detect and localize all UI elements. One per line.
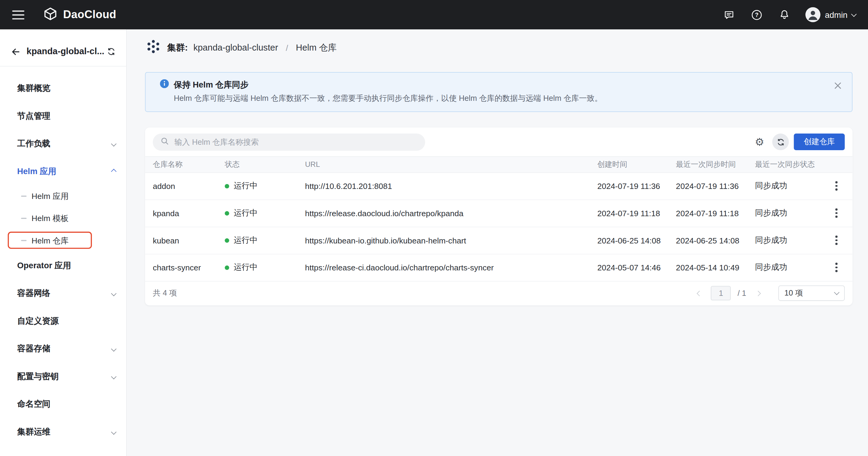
total-count: 共 4 项 [153, 288, 177, 298]
repo-name[interactable]: addon [145, 182, 217, 191]
sidebar-item-label: 容器网络 [17, 288, 51, 298]
dash-icon [21, 196, 27, 197]
current-cluster-name: kpanda-global-cl... [27, 47, 104, 57]
chevron-down-icon [111, 141, 117, 146]
gear-icon[interactable]: ⚙ [752, 134, 767, 149]
row-actions-kebab-icon[interactable] [829, 179, 844, 193]
sidebar-item-label: Helm 仓库 [31, 235, 68, 246]
column-header: 最近一次同步状态 [747, 159, 820, 169]
back-arrow-icon[interactable] [9, 45, 22, 58]
repo-name[interactable]: kubean [145, 236, 217, 245]
page-size-select[interactable]: 10 项 [778, 286, 845, 301]
repo-url: https://kubean-io.github.io/kubean-helm-… [297, 236, 589, 245]
repo-last-sync-status: 同步成功 [747, 208, 820, 219]
breadcrumb-cluster-label: 集群: [167, 42, 188, 53]
sidebar-item-label: Helm 应用 [17, 166, 57, 176]
sidebar-item-namespaces[interactable]: 命名空间 [0, 390, 126, 418]
user-menu[interactable]: admin [805, 7, 856, 22]
breadcrumb-cluster-name[interactable]: kpanda-global-cluster [193, 43, 278, 53]
next-page-icon[interactable] [753, 288, 763, 298]
repo-status: 运行中 [217, 208, 297, 219]
pagination: / 1 10 项 [694, 286, 845, 301]
sidebar-item-label: 容器存储 [17, 343, 51, 354]
repo-last-sync-time: 2024-07-19 11:36 [668, 182, 747, 191]
helm-repo-card: ⚙ 创建仓库 仓库名称状态URL创建时间最近一次同步时间最近一次同步状 [145, 127, 852, 305]
sidebar-item-cluster-overview[interactable]: 集群概览 [0, 74, 126, 102]
table-row[interactable]: charts-syncer 运行中 https://release-ci.dao… [145, 254, 852, 281]
toolbar: ⚙ 创建仓库 [145, 127, 852, 156]
repo-last-sync-time: 2024-05-14 10:49 [668, 263, 747, 272]
alert-title: 保持 Helm 仓库同步 [174, 80, 249, 90]
cluster-switcher-row: kpanda-global-cl... [0, 29, 126, 59]
repo-name[interactable]: kpanda [145, 209, 217, 218]
table-row[interactable]: addon 运行中 http://10.6.201.201:8081 2024-… [145, 173, 852, 200]
sidebar: kpanda-global-cl... 集群概览 节点管理 工作负载 [0, 29, 127, 456]
dash-icon [21, 240, 27, 241]
status-dot-icon [225, 184, 229, 188]
table-footer: 共 4 项 / 1 10 项 [145, 281, 852, 305]
repo-status: 运行中 [217, 262, 297, 273]
repo-last-sync-time: 2024-07-19 11:18 [668, 209, 747, 218]
sidebar-item-label: Helm 模板 [31, 213, 68, 224]
status-dot-icon [225, 265, 229, 270]
close-icon[interactable] [832, 80, 843, 91]
repo-created-time: 2024-07-19 11:36 [589, 182, 668, 191]
sidebar-item-label: Helm 应用 [31, 191, 68, 202]
row-actions-kebab-icon[interactable] [829, 233, 844, 248]
repo-last-sync-status: 同步成功 [747, 181, 820, 191]
dash-icon [21, 218, 27, 219]
help-icon[interactable]: ? [750, 8, 763, 22]
sidebar-item-container-storage[interactable]: 容器存储 [0, 335, 126, 363]
row-actions-kebab-icon[interactable] [829, 260, 844, 275]
sidebar-item-container-network[interactable]: 容器网络 [0, 279, 126, 307]
repo-status: 运行中 [217, 235, 297, 246]
column-header: 最近一次同步时间 [668, 159, 747, 169]
sidebar-item-helm-apps[interactable]: Helm 应用 [0, 158, 126, 185]
sidebar-item-cluster-ops[interactable]: 集群运维 [0, 418, 126, 446]
repo-url: https://release-ci.daocloud.io/chartrepo… [297, 263, 589, 272]
table-row[interactable]: kubean 运行中 https://kubean-io.github.io/k… [145, 227, 852, 254]
feedback-icon[interactable] [722, 8, 736, 22]
sidebar-item-helm-templates[interactable]: Helm 模板 [0, 207, 126, 229]
page-number-input[interactable] [711, 286, 731, 301]
sidebar-item-config-secrets[interactable]: 配置与密钥 [0, 363, 126, 390]
sidebar-item-helm-apps-sub[interactable]: Helm 应用 [0, 185, 126, 207]
search-input[interactable] [173, 137, 417, 147]
create-repo-button[interactable]: 创建仓库 [794, 134, 845, 150]
avatar [805, 7, 820, 22]
breadcrumb: 集群: kpanda-global-cluster / Helm 仓库 [145, 37, 852, 58]
table-row[interactable]: kpanda 运行中 https://release.daocloud.io/c… [145, 200, 852, 227]
sidebar-item-helm-repos[interactable]: Helm 仓库 [0, 229, 126, 252]
sidebar-item-operator-apps[interactable]: Operator 应用 [0, 252, 126, 280]
status-text: 运行中 [234, 262, 258, 273]
refresh-icon[interactable] [772, 134, 789, 150]
sidebar-item-custom-resources[interactable]: 自定义资源 [0, 307, 126, 335]
row-actions-kebab-icon[interactable] [829, 206, 844, 221]
prev-page-icon[interactable] [694, 288, 704, 298]
chevron-down-icon [111, 374, 117, 379]
page-indicator: / 1 [738, 289, 746, 297]
sidebar-item-workloads[interactable]: 工作负载 [0, 130, 126, 158]
table-header-row: 仓库名称状态URL创建时间最近一次同步时间最近一次同步状态 [145, 156, 852, 173]
notifications-bell-icon[interactable] [778, 8, 791, 22]
sidebar-divider [0, 66, 126, 67]
chevron-down-icon [851, 11, 857, 17]
column-header: 状态 [217, 159, 297, 169]
search-icon [161, 137, 169, 147]
sidebar-item-label: 自定义资源 [17, 315, 59, 326]
sidebar-item-node-management[interactable]: 节点管理 [0, 102, 126, 130]
status-text: 运行中 [234, 208, 258, 219]
status-text: 运行中 [234, 181, 258, 191]
info-icon [160, 79, 169, 90]
menu-toggle-button[interactable] [12, 10, 24, 19]
repo-created-time: 2024-06-25 14:08 [589, 236, 668, 245]
repo-created-time: 2024-05-07 14:46 [589, 263, 668, 272]
table-body: addon 运行中 http://10.6.201.201:8081 2024-… [145, 173, 852, 281]
repo-last-sync-status: 同步成功 [747, 262, 820, 273]
repo-name[interactable]: charts-syncer [145, 263, 217, 272]
chevron-down-icon [111, 346, 117, 351]
switch-cluster-icon[interactable] [105, 46, 117, 58]
column-header: URL [297, 160, 589, 168]
sidebar-item-label: Operator 应用 [17, 260, 71, 271]
brand-logo[interactable]: DaoCloud [43, 6, 117, 23]
